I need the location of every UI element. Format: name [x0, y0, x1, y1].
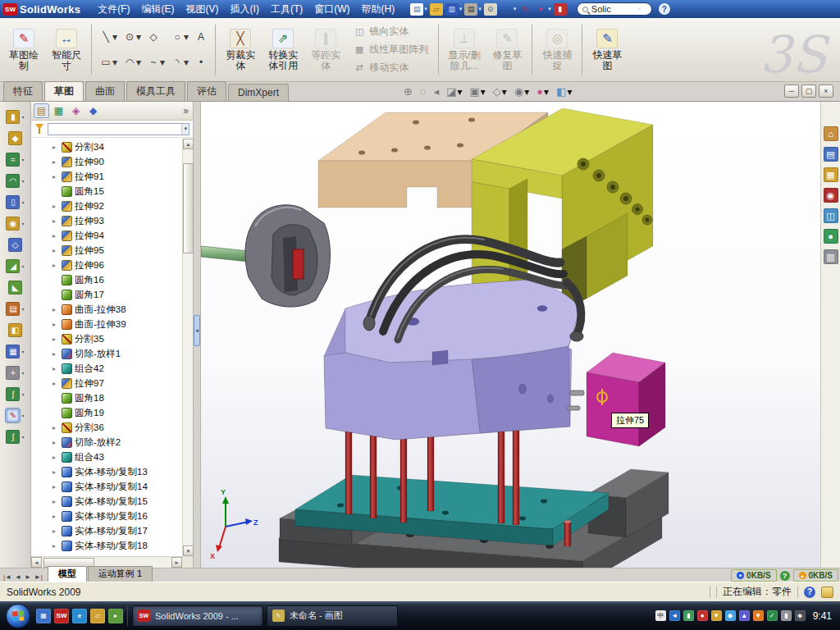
tray-messenger-icon[interactable]: ▲ [739, 610, 750, 621]
dropdown-icon[interactable]: ▾ [21, 306, 24, 312]
dropdown-icon[interactable]: ▾ [459, 6, 463, 12]
model-canvas[interactable]: Y Z X [201, 102, 820, 568]
scroll-left-icon[interactable]: ◄ [31, 557, 42, 568]
print-preview-icon[interactable]: ⊙ [484, 3, 497, 16]
tray-network-icon[interactable]: ▮ [683, 610, 694, 621]
tree-item[interactable]: ▸拉伸93 [52, 213, 181, 228]
panel-chevron-icon[interactable]: » [183, 105, 190, 116]
undo-icon[interactable]: ↶▾ [500, 3, 517, 16]
offset-entities-button[interactable]: ∥等距实体 [305, 21, 346, 79]
orientation-triad[interactable]: Y Z X [210, 488, 258, 560]
tray-ime-icon[interactable]: 中 [655, 610, 666, 621]
dropdown-icon[interactable]: ▾ [136, 57, 141, 68]
shell-icon[interactable]: ◧ [8, 323, 22, 337]
linear-pattern-icon[interactable]: ▦▾ [6, 345, 24, 358]
tree-item[interactable]: ▸实体-移动/复制17 [52, 523, 181, 538]
tree-item[interactable]: ▸切除-放样1 [52, 346, 181, 361]
tree-filter-input[interactable]: ▾ [48, 123, 189, 135]
show-desktop-icon[interactable]: ▦ [36, 609, 51, 623]
appearance-icon[interactable]: ●▾ [536, 85, 549, 98]
tree-item[interactable]: ▸实体-移动/复制18 [52, 538, 181, 553]
move-entities-button[interactable]: ⇄移动实体 [350, 60, 431, 75]
expand-arrow-icon[interactable]: ▸ [52, 306, 59, 313]
view-palette-icon[interactable]: ◫ [824, 208, 838, 223]
expand-arrow-icon[interactable]: ▸ [52, 380, 59, 387]
extruded-cut-icon[interactable]: ▯▾ [6, 195, 24, 209]
rebuild-icon[interactable]: ↻ [518, 3, 532, 16]
expand-arrow-icon[interactable]: ▸ [52, 527, 59, 535]
tree-item[interactable]: 圆角18 [52, 390, 181, 405]
scroll-up-icon[interactable]: ▲ [183, 139, 194, 149]
scrollbar-thumb[interactable] [183, 163, 194, 253]
tray-antivirus-icon[interactable]: ● [697, 610, 708, 621]
tab-nav-icon-3[interactable]: ►| [34, 573, 43, 581]
launch-media-icon[interactable]: ▸ [108, 609, 123, 623]
dropdown-icon[interactable]: ▾ [21, 263, 24, 269]
featuremanager-tab-icon[interactable]: ▤ [34, 103, 49, 118]
sketch-tool-icon[interactable]: ✎▾ [6, 409, 24, 422]
expand-arrow-icon[interactable]: ▸ [52, 262, 59, 269]
hole-wizard-icon[interactable]: ◉▾ [6, 217, 24, 231]
fillet-icon[interactable]: ◢▾ [6, 259, 24, 273]
dropdown-icon[interactable]: ▾ [21, 221, 24, 226]
dropdown-icon[interactable]: ▾ [502, 86, 507, 98]
tree-item[interactable]: 圆角17 [52, 287, 181, 302]
dropdown-icon[interactable]: ▾ [457, 86, 462, 98]
dropdown-icon[interactable]: ▾ [21, 178, 24, 184]
save-icon[interactable]: ▥▾ [445, 3, 463, 16]
tree-item[interactable]: ▸实体-移动/复制13 [52, 464, 181, 479]
tree-vertical-scrollbar[interactable]: ▲ ▼ [182, 139, 193, 556]
expand-arrow-icon[interactable]: ▸ [52, 483, 59, 491]
expand-arrow-icon[interactable]: ▸ [52, 203, 59, 210]
menu-file[interactable]: 文件(F) [92, 1, 135, 18]
menu-edit[interactable]: 编辑(E) [136, 1, 180, 18]
tree-item[interactable]: ▸拉伸91 [52, 169, 181, 184]
expand-arrow-icon[interactable]: ▸ [52, 144, 59, 151]
panel-splitter[interactable]: ◂ [194, 102, 201, 568]
tree-item[interactable]: ▸切除-放样2 [52, 435, 181, 450]
tree-item[interactable]: ▸拉伸92 [52, 199, 181, 213]
expand-arrow-icon[interactable]: ▸ [52, 439, 59, 446]
dropdown-icon[interactable]: ▾ [112, 57, 117, 68]
revolved-boss-icon[interactable]: ◆ [8, 131, 22, 145]
gripper-part[interactable] [201, 205, 330, 307]
polygon-icon[interactable]: ◇ [145, 24, 167, 50]
swept-boss-icon[interactable]: ≈▾ [6, 153, 24, 167]
mirror-entities-button[interactable]: ◫镜向实体 [350, 24, 431, 39]
search-input[interactable] [591, 4, 634, 14]
dropdown-icon[interactable]: ▾ [544, 86, 549, 98]
dropdown-icon[interactable]: ▾ [21, 413, 24, 418]
collapse-panel-icon[interactable]: ◂ [194, 315, 200, 346]
lofted-boss-icon[interactable]: ◠▾ [6, 174, 24, 188]
magenta-insert-part[interactable] [587, 353, 665, 446]
rectangle-icon[interactable]: ▭▾ [98, 50, 120, 76]
tab-nav-icon-2[interactable]: ► [24, 573, 32, 581]
toolbox-icon[interactable]: ▮ [554, 3, 567, 16]
launch-folder-icon[interactable]: ▱ [90, 609, 105, 623]
minimize-window-icon[interactable]: ─ [784, 84, 799, 98]
zoom-fit-icon[interactable]: ⊕ [404, 85, 413, 98]
repair-sketch-button[interactable]: ✎修复草图 [486, 21, 527, 79]
arc-icon[interactable]: ◠▾ [121, 50, 144, 76]
revolved-cut-icon[interactable]: ◇ [8, 238, 22, 252]
help-icon[interactable]: ? [659, 3, 670, 15]
scene-icon[interactable]: ◧▾ [556, 85, 572, 98]
scroll-right-icon[interactable]: ► [171, 557, 182, 568]
tree-item[interactable]: ▸拉伸90 [52, 154, 181, 169]
tree-item[interactable]: 圆角16 [52, 272, 181, 287]
section-view-icon[interactable]: ◪▾ [446, 85, 462, 98]
mold-body-part[interactable] [324, 280, 584, 440]
tree-item[interactable]: ▸曲面-拉伸38 [52, 302, 181, 317]
spline-tool-icon[interactable]: ∫▾ [6, 430, 24, 444]
tree-item[interactable]: ▸实体-移动/复制14 [52, 479, 181, 494]
tree-item[interactable]: ▸分割34 [52, 139, 181, 154]
close-window-icon[interactable]: × [819, 84, 833, 98]
ellipse-icon[interactable]: ○▾ [169, 24, 191, 50]
expand-arrow-icon[interactable]: ▸ [52, 498, 59, 505]
new-document-icon[interactable]: ▤▾ [410, 3, 427, 16]
expand-arrow-icon[interactable]: ▸ [52, 365, 59, 372]
dropdown-icon[interactable]: ▾ [184, 57, 189, 68]
dropdown-icon[interactable]: ▾ [567, 86, 572, 98]
trim-entities-button[interactable]: ╳剪裁实体 [220, 21, 261, 79]
expand-arrow-icon[interactable]: ▸ [52, 424, 59, 431]
